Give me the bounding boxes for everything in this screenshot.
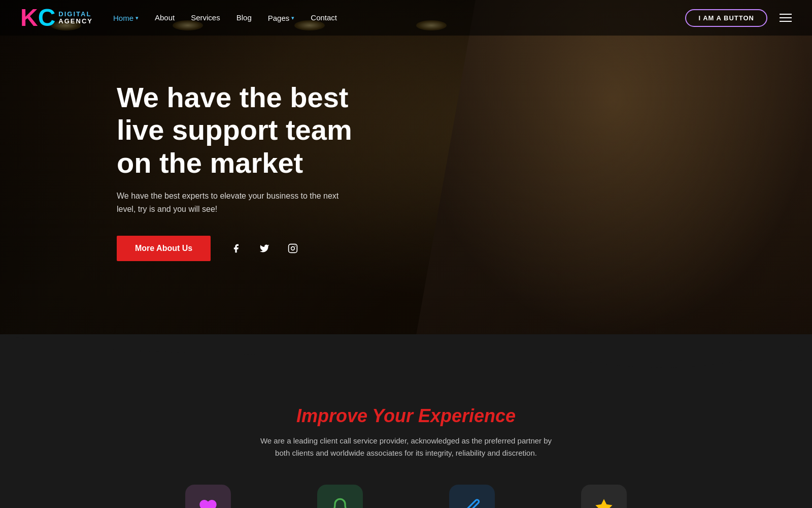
- nav-links: Home ▾ About Services Blog Pages ▾ Conta…: [113, 13, 686, 22]
- nav-link-about[interactable]: About: [155, 13, 175, 22]
- navbar: KC DIGITAL Agency Home ▾ About Services …: [0, 0, 812, 36]
- nav-item-services[interactable]: Services: [191, 13, 220, 22]
- nav-item-home[interactable]: Home ▾: [113, 14, 139, 22]
- worldwide-customers-icon-box: [185, 485, 231, 508]
- nav-item-pages[interactable]: Pages ▾: [268, 14, 295, 22]
- bottom-section: Improve Your Experience We are a leading…: [0, 375, 812, 508]
- feature-worldwide-customers: Word Wide Customers: [157, 485, 259, 508]
- hero-subtitle: We have the best experts to elevate your…: [117, 189, 355, 215]
- nav-item-about[interactable]: About: [155, 13, 175, 22]
- cta-nav-button[interactable]: I AM A BUTTON: [685, 9, 767, 27]
- hamburger-line-3: [780, 21, 792, 22]
- feature-awesome-team: Awesome Team: [421, 485, 523, 508]
- section-subtitle: We are a leading client call service pro…: [254, 435, 558, 459]
- svg-point-1: [291, 247, 295, 250]
- feature-deliveries-collection: Deliveries & Collection: [553, 485, 655, 508]
- svg-rect-0: [289, 244, 297, 253]
- 247-support-icon-box: [317, 485, 363, 508]
- twitter-icon[interactable]: [255, 239, 274, 258]
- nav-link-home[interactable]: Home: [113, 14, 133, 22]
- chevron-down-icon-pages: ▾: [291, 15, 294, 21]
- nav-link-pages[interactable]: Pages: [268, 14, 290, 22]
- awesome-team-icon-box: [449, 485, 495, 508]
- section-title: Improve Your Experience: [20, 405, 792, 427]
- nav-item-contact[interactable]: Contact: [311, 13, 337, 22]
- facebook-icon[interactable]: [227, 239, 245, 258]
- logo[interactable]: KC DIGITAL Agency: [20, 6, 93, 30]
- more-about-us-button[interactable]: More About Us: [117, 236, 211, 261]
- instagram-icon[interactable]: [284, 239, 302, 258]
- nav-item-blog[interactable]: Blog: [236, 13, 252, 22]
- hero-content: We have the best live support team on th…: [0, 0, 355, 261]
- svg-marker-3: [595, 499, 612, 508]
- hamburger-line-1: [780, 14, 792, 15]
- wave-divider: [0, 334, 812, 375]
- svg-point-2: [295, 246, 296, 247]
- hero-actions: More About Us: [117, 236, 355, 261]
- features-grid: Word Wide Customers 24/7 Support Awesome…: [20, 485, 792, 508]
- chevron-down-icon: ▾: [136, 15, 139, 21]
- deliveries-collection-icon-box: [581, 485, 627, 508]
- hamburger-menu[interactable]: [780, 14, 792, 22]
- logo-c: C: [38, 4, 56, 31]
- hero-section: KC DIGITAL Agency Home ▾ About Services …: [0, 0, 812, 335]
- feature-247-support: 24/7 Support: [289, 485, 391, 508]
- nav-link-services[interactable]: Services: [191, 13, 220, 22]
- hamburger-line-2: [780, 17, 792, 18]
- social-icons: [227, 239, 302, 258]
- logo-letters: KC: [20, 6, 55, 30]
- logo-text: DIGITAL Agency: [58, 11, 93, 25]
- logo-k: K: [20, 4, 38, 31]
- logo-digital: DIGITAL: [58, 11, 93, 18]
- hero-title: We have the best live support team on th…: [117, 81, 355, 179]
- logo-agency: Agency: [58, 18, 93, 25]
- nav-link-contact[interactable]: Contact: [311, 13, 337, 22]
- nav-link-blog[interactable]: Blog: [236, 13, 252, 22]
